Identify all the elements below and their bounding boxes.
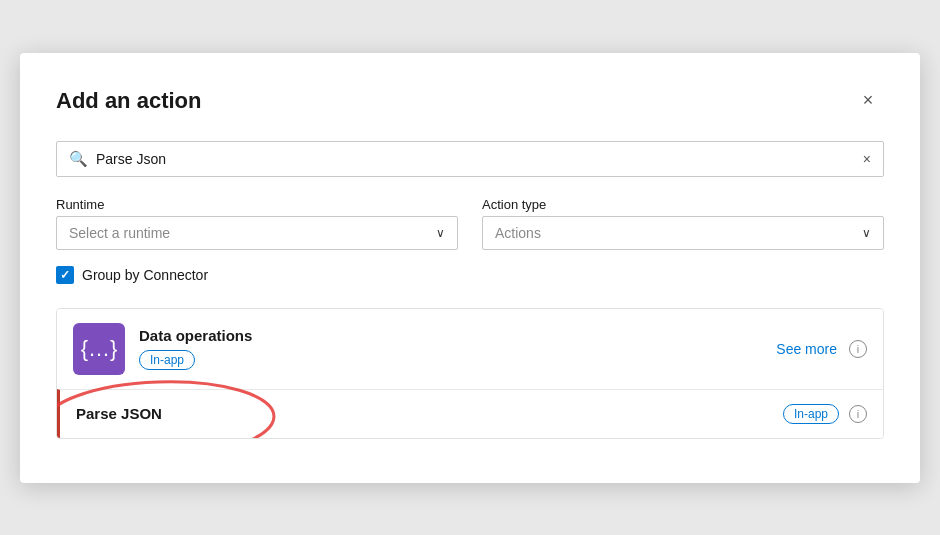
action-badges: In-app i xyxy=(783,404,867,424)
search-input[interactable] xyxy=(96,151,863,167)
action-type-placeholder: Actions xyxy=(495,225,541,241)
search-icon: 🔍 xyxy=(69,150,88,168)
group-by-connector-label: Group by Connector xyxy=(82,267,208,283)
runtime-label: Runtime xyxy=(56,197,458,212)
runtime-filter-group: Runtime Select a runtime ∨ xyxy=(56,197,458,250)
connector-info: Data operations In-app xyxy=(139,327,776,370)
connector-name: Data operations xyxy=(139,327,776,344)
close-button[interactable]: × xyxy=(852,85,884,117)
see-more-button[interactable]: See more xyxy=(776,341,837,357)
search-bar: 🔍 × xyxy=(56,141,884,177)
connector-info-icon[interactable]: i xyxy=(849,340,867,358)
parse-json-action-row[interactable]: Parse JSON In-app i xyxy=(57,389,883,438)
action-type-filter-group: Action type Actions ∨ xyxy=(482,197,884,250)
connector-in-app-badge: In-app xyxy=(139,350,195,370)
action-in-app-badge: In-app xyxy=(783,404,839,424)
connector-icon: {…} xyxy=(73,323,125,375)
dialog-header: Add an action × xyxy=(56,85,884,117)
action-info-icon[interactable]: i xyxy=(849,405,867,423)
group-by-connector-checkbox[interactable]: ✓ xyxy=(56,266,74,284)
connector-header: {…} Data operations In-app See more i xyxy=(57,309,883,389)
dialog-title: Add an action xyxy=(56,88,201,114)
action-type-select[interactable]: Actions ∨ xyxy=(482,216,884,250)
search-clear-button[interactable]: × xyxy=(863,151,871,167)
connector-section: {…} Data operations In-app See more i Pa… xyxy=(56,308,884,439)
action-type-label: Action type xyxy=(482,197,884,212)
runtime-placeholder: Select a runtime xyxy=(69,225,170,241)
add-action-dialog: Add an action × 🔍 × Runtime Select a run… xyxy=(20,53,920,483)
action-row-wrapper: Parse JSON In-app i xyxy=(57,389,883,438)
runtime-select[interactable]: Select a runtime ∨ xyxy=(56,216,458,250)
connector-actions: See more i xyxy=(776,340,867,358)
checkbox-check-icon: ✓ xyxy=(60,268,70,282)
runtime-chevron-icon: ∨ xyxy=(436,226,445,240)
filters-row: Runtime Select a runtime ∨ Action type A… xyxy=(56,197,884,250)
action-name: Parse JSON xyxy=(76,405,783,422)
action-type-chevron-icon: ∨ xyxy=(862,226,871,240)
group-by-connector-row: ✓ Group by Connector xyxy=(56,266,884,284)
curly-braces-icon: {…} xyxy=(81,336,118,362)
